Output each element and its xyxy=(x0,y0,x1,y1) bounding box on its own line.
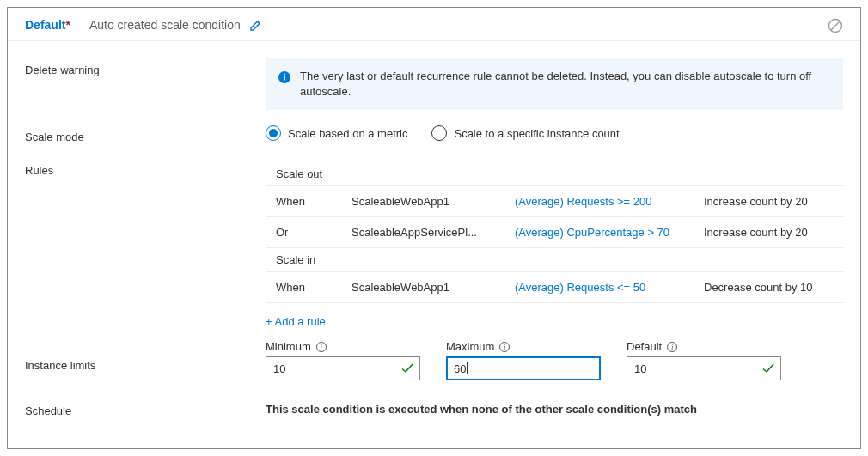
edit-icon[interactable] xyxy=(249,18,263,32)
panel-body: Delete warning The very last or default … xyxy=(8,41,860,435)
schedule-row: Schedule This scale condition is execute… xyxy=(25,399,843,417)
help-icon[interactable]: i xyxy=(499,342,510,352)
maximum-label: Maximum xyxy=(446,340,494,353)
maximum-label-wrap: Maximum i xyxy=(446,340,601,353)
radio-metric-indicator xyxy=(266,125,281,141)
rules-label: Rules xyxy=(25,159,266,177)
scale-out-header: Scale out xyxy=(266,162,843,186)
rule-action: Decrease count by 10 xyxy=(704,281,833,294)
header-title[interactable]: Default* xyxy=(25,18,70,32)
scale-condition-panel: Default* Auto created scale condition De… xyxy=(7,7,861,449)
info-icon xyxy=(278,70,291,84)
info-banner: The very last or default recurrence rule… xyxy=(266,58,843,110)
rule-op: Or xyxy=(276,226,351,239)
required-marker: * xyxy=(65,18,70,32)
rules-row: Rules Scale out When ScaleableWebApp1 (A… xyxy=(25,159,843,333)
minimum-label: Minimum xyxy=(266,340,311,353)
default-label: Default xyxy=(627,340,662,353)
scale-mode-label: Scale mode xyxy=(25,125,266,143)
rule-condition-link[interactable]: (Average) Requests <= 50 xyxy=(515,281,704,294)
radio-instance-label: Scale to a specific instance count xyxy=(454,127,619,140)
radio-metric-label: Scale based on a metric xyxy=(288,127,407,140)
rule-resource: ScaleableWebApp1 xyxy=(351,195,515,208)
rule-condition-link[interactable]: (Average) Requests >= 200 xyxy=(515,195,704,208)
scale-in-header: Scale in xyxy=(266,248,843,272)
rule-resource: ScaleableAppServicePl... xyxy=(351,226,515,239)
table-row[interactable]: Or ScaleableAppServicePl... (Average) Cp… xyxy=(266,217,843,248)
schedule-text: This scale condition is executed when no… xyxy=(266,399,843,416)
maximum-column: Maximum i 60 xyxy=(446,340,601,380)
schedule-label: Schedule xyxy=(25,399,266,417)
default-field[interactable]: 10 xyxy=(627,356,781,380)
text-cursor xyxy=(467,362,468,374)
add-rule-link[interactable]: + Add a rule xyxy=(266,303,843,333)
header-description: Auto created scale condition xyxy=(89,18,241,32)
minimum-value: 10 xyxy=(273,362,285,375)
rule-condition-link[interactable]: (Average) CpuPercentage > 70 xyxy=(515,226,704,239)
rule-resource: ScaleableWebApp1 xyxy=(351,281,515,294)
maximum-field[interactable]: 60 xyxy=(446,356,601,380)
table-row[interactable]: When ScaleableWebApp1 (Average) Requests… xyxy=(266,186,843,217)
rule-action: Increase count by 20 xyxy=(704,226,833,239)
default-column: Default i 10 xyxy=(627,340,781,380)
help-icon[interactable]: i xyxy=(667,342,677,352)
prohibited-icon[interactable] xyxy=(828,18,843,33)
default-value: 10 xyxy=(634,362,646,375)
radio-instance-indicator xyxy=(431,125,447,141)
svg-rect-3 xyxy=(284,76,285,81)
scale-mode-row: Scale mode Scale based on a metric Scale… xyxy=(25,125,843,143)
instance-limits-label: Instance limits xyxy=(25,340,266,372)
radio-metric[interactable]: Scale based on a metric xyxy=(266,125,407,141)
minimum-field[interactable]: 10 xyxy=(266,356,420,380)
radio-instance[interactable]: Scale to a specific instance count xyxy=(431,125,619,141)
default-label-wrap: Default i xyxy=(627,340,781,353)
delete-warning-label: Delete warning xyxy=(25,58,266,76)
instance-limits-row: Instance limits Minimum i 10 xyxy=(25,340,843,380)
scale-mode-radio-group: Scale based on a metric Scale to a speci… xyxy=(266,125,843,141)
svg-line-1 xyxy=(831,21,840,30)
minimum-label-wrap: Minimum i xyxy=(266,340,420,353)
table-row[interactable]: When ScaleableWebApp1 (Average) Requests… xyxy=(266,272,843,303)
rule-op: When xyxy=(276,195,351,208)
check-icon xyxy=(761,362,775,375)
delete-warning-row: Delete warning The very last or default … xyxy=(25,58,843,110)
svg-point-4 xyxy=(284,74,285,76)
help-icon[interactable]: i xyxy=(316,342,327,352)
header-title-text: Default xyxy=(25,18,65,32)
minimum-column: Minimum i 10 xyxy=(266,340,420,380)
panel-header: Default* Auto created scale condition xyxy=(8,8,860,41)
maximum-value: 60 xyxy=(454,362,466,375)
info-banner-text: The very last or default recurrence rule… xyxy=(300,69,831,100)
rule-action: Increase count by 20 xyxy=(704,195,833,208)
rule-op: When xyxy=(276,281,351,294)
check-icon xyxy=(400,362,414,375)
